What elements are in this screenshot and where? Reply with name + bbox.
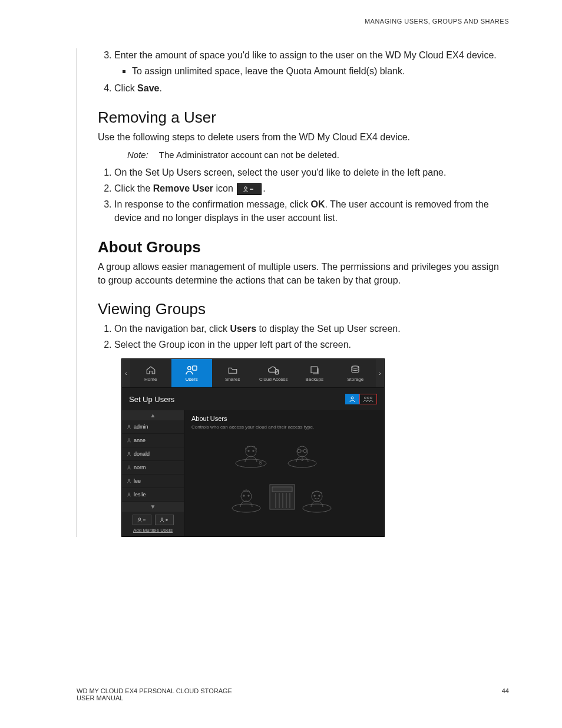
panel-title: About Users: [191, 415, 377, 422]
user-row[interactable]: anne: [122, 434, 184, 447]
toggle-user-icon[interactable]: [345, 394, 359, 404]
svg-point-9: [367, 397, 369, 399]
nav-users-label: Users: [186, 377, 198, 382]
removing-step-2-a: Click the: [114, 183, 153, 193]
svg-point-15: [128, 479, 130, 481]
svg-point-2: [188, 366, 191, 369]
nav-shares[interactable]: Shares: [212, 359, 253, 387]
svg-point-29: [303, 449, 307, 453]
svg-point-37: [313, 495, 315, 496]
heading-viewing-groups: Viewing Groups: [98, 300, 509, 318]
users-illustration: [191, 436, 377, 524]
svg-point-19: [161, 518, 163, 521]
svg-point-32: [241, 491, 252, 502]
svg-point-12: [128, 439, 130, 440]
nav-storage-label: Storage: [347, 377, 363, 382]
user-name: admin: [134, 424, 148, 430]
nav-storage[interactable]: Storage: [335, 359, 376, 387]
steps-continued: Enter the amount of space you'd like to …: [98, 48, 509, 95]
user-sidebar: ▲ admin anne donald norm lee leslie ▼: [122, 410, 184, 536]
svg-point-0: [244, 187, 247, 189]
svg-point-17: [138, 518, 141, 521]
user-row[interactable]: leslie: [122, 488, 184, 502]
removing-step-3-a: In response to the confirmation message,…: [114, 199, 311, 209]
svg-point-11: [128, 425, 130, 427]
svg-point-8: [364, 397, 366, 399]
user-row[interactable]: lee: [122, 475, 184, 488]
setup-title: Set Up Users: [129, 395, 174, 404]
step-4-suffix: .: [159, 83, 161, 93]
nav-cloud-label: Cloud Access: [259, 377, 287, 382]
page-header: MANAGING USERS, GROUPS AND SHARES: [77, 18, 509, 25]
add-user-button[interactable]: [155, 515, 174, 525]
nav-users[interactable]: Users: [171, 359, 213, 387]
removing-steps: On the Set Up Users screen, select the u…: [98, 166, 509, 225]
user-name: lee: [134, 478, 141, 484]
user-group-toggle[interactable]: [345, 394, 377, 404]
user-name: donald: [134, 451, 150, 457]
svg-point-31: [232, 504, 260, 512]
svg-point-34: [247, 495, 249, 496]
step-4-bold: Save: [137, 83, 159, 93]
heading-removing-user: Removing a User: [98, 108, 509, 127]
user-row[interactable]: donald: [122, 447, 184, 461]
removing-step-2-c: icon: [213, 183, 236, 193]
step-3-text: Enter the amount of space you'd like to …: [114, 50, 497, 60]
remove-user-icon: [237, 183, 262, 195]
svg-point-33: [243, 495, 244, 496]
user-list: admin anne donald norm lee leslie: [122, 420, 184, 502]
viewing-step-1-c: to display the Set up User screen.: [256, 324, 401, 334]
nav-cloud-access[interactable]: Cloud Access: [253, 359, 295, 387]
nav-bar: ‹ Home Users Shares Cloud Access: [122, 359, 384, 388]
svg-point-23: [246, 446, 256, 457]
nav-shares-label: Shares: [225, 377, 240, 382]
panel-subtitle: Controls who can access your cloud and t…: [191, 424, 377, 430]
removing-step-2-b: Remove User: [153, 183, 213, 193]
svg-point-6: [352, 366, 359, 368]
svg-point-38: [318, 495, 319, 496]
removing-intro: Use the following steps to delete users …: [98, 130, 509, 144]
svg-point-7: [351, 397, 353, 399]
svg-rect-3: [193, 366, 197, 370]
user-name: norm: [134, 465, 146, 470]
nav-backups-label: Backups: [305, 377, 323, 382]
add-multiple-users-link[interactable]: Add Multiple Users: [122, 526, 184, 536]
scroll-up-icon[interactable]: ▲: [122, 410, 184, 420]
nav-backups[interactable]: Backups: [294, 359, 335, 387]
svg-rect-40: [272, 487, 292, 492]
step-3-bullet: To assign unlimited space, leave the Quo…: [132, 64, 509, 78]
svg-point-28: [297, 449, 301, 453]
footer-subtitle: USER MANUAL: [77, 694, 232, 701]
viewing-steps: On the navigation bar, click Users to di…: [98, 322, 509, 351]
nav-prev-icon[interactable]: ‹: [122, 359, 130, 387]
toggle-group-icon[interactable]: [359, 394, 377, 404]
remove-user-button[interactable]: [133, 515, 151, 525]
note-text: The Administrator account can not be del…: [159, 150, 339, 160]
viewing-step-2: Select the Group icon in the upper left …: [114, 338, 509, 351]
footer-title: WD MY CLOUD EX4 PERSONAL CLOUD STORAGE: [77, 687, 232, 694]
svg-point-10: [370, 397, 372, 399]
nav-next-icon[interactable]: ›: [376, 359, 384, 387]
about-intro: A group allows easier management of mult…: [98, 260, 509, 287]
step-4-prefix: Click: [114, 83, 137, 93]
user-row[interactable]: admin: [122, 420, 184, 434]
note-label: Note:: [127, 150, 148, 160]
svg-point-25: [252, 450, 253, 452]
scroll-down-icon[interactable]: ▼: [122, 502, 184, 512]
nav-home[interactable]: Home: [130, 359, 171, 387]
svg-point-35: [303, 504, 331, 512]
removing-step-3-b: OK: [311, 199, 325, 209]
user-name: anne: [134, 437, 146, 443]
svg-point-24: [247, 450, 249, 452]
about-users-panel: About Users Controls who can access your…: [184, 410, 384, 536]
removing-step-2-d: .: [263, 183, 265, 193]
nav-home-label: Home: [144, 377, 157, 382]
removing-step-1: On the Set Up Users screen, select the u…: [114, 166, 509, 179]
svg-point-14: [128, 466, 130, 467]
user-name: leslie: [134, 492, 146, 498]
viewing-step-1-a: On the navigation bar, click: [114, 324, 230, 334]
page-footer: WD MY CLOUD EX4 PERSONAL CLOUD STORAGE U…: [77, 687, 509, 701]
user-row[interactable]: norm: [122, 461, 184, 475]
svg-point-16: [128, 493, 130, 495]
svg-point-27: [297, 446, 308, 457]
